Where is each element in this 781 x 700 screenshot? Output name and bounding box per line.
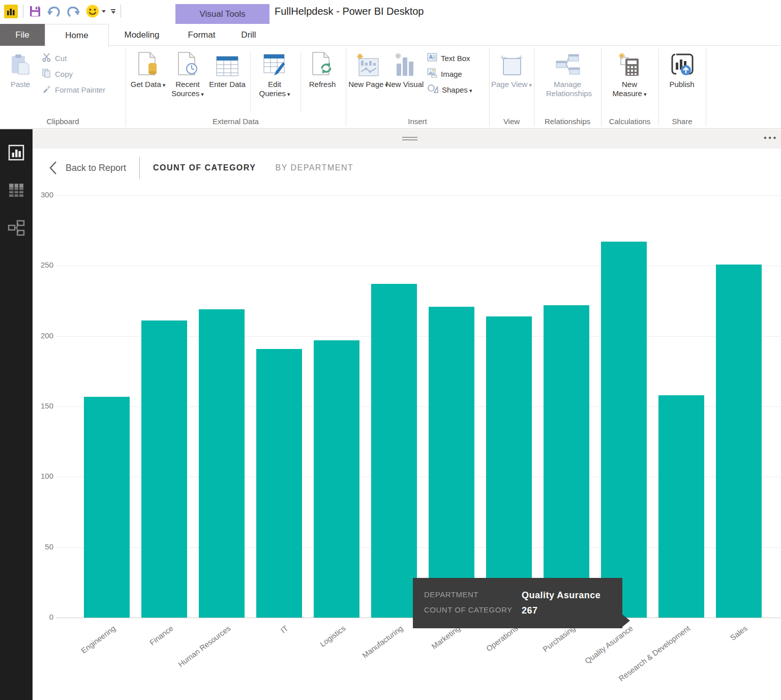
scissors-icon	[42, 52, 51, 64]
quick-access-toolbar	[4, 4, 121, 18]
image-button[interactable]: Image	[427, 68, 472, 80]
focus-mode-canvas: ••• Back to Report COUNT OF CATEGORY BY …	[33, 129, 781, 700]
bar-sales[interactable]	[716, 265, 762, 618]
edit-queries-label: Edit Queries▾	[254, 80, 295, 99]
cut-button[interactable]: Cut	[42, 52, 105, 64]
manage-relationships-button[interactable]: Manage Relationships	[547, 50, 588, 98]
group-label-insert: Insert	[346, 117, 489, 126]
refresh-button[interactable]: Refresh	[302, 50, 343, 89]
svg-text:A: A	[429, 54, 433, 60]
tab-drill[interactable]: Drill	[228, 24, 269, 46]
drag-handle[interactable]	[402, 137, 417, 142]
shapes-label: Shapes▾	[442, 85, 472, 94]
page-view-button[interactable]: Page View▾	[491, 50, 532, 90]
recent-sources-button[interactable]: Recent Sources▾	[167, 50, 208, 99]
copy-icon	[42, 68, 51, 79]
redo-button[interactable]	[66, 5, 80, 18]
bar-purchasing[interactable]	[544, 305, 589, 618]
get-data-label: Get Data▾	[131, 80, 166, 90]
group-external-data: Get Data▾ Recent Sources▾ Enter Data Edi…	[126, 46, 346, 128]
dropdown-caret-icon: ▾	[529, 80, 532, 90]
report-view-button[interactable]	[0, 141, 33, 166]
customize-toolbar-button[interactable]	[111, 9, 115, 14]
bar-it[interactable]	[256, 349, 302, 618]
manage-relationships-icon	[554, 50, 581, 77]
tooltip-label: DEPARTMENT	[424, 590, 522, 601]
tab-format[interactable]: Format	[175, 24, 228, 46]
save-button[interactable]	[28, 5, 42, 18]
format-painter-label: Format Painter	[55, 85, 105, 94]
data-view-icon	[8, 182, 25, 201]
separator	[121, 5, 121, 18]
tooltip-value: 267	[522, 605, 612, 616]
page-view-label: Page View▾	[491, 80, 532, 90]
refresh-label: Refresh	[309, 80, 336, 89]
smiley-feedback-button[interactable]	[85, 4, 106, 18]
back-to-report-button[interactable]: Back to Report	[66, 163, 126, 173]
bar-engineering[interactable]	[84, 397, 130, 618]
publish-icon	[669, 50, 695, 77]
tooltip-label: COUNT OF CATEGORY	[424, 605, 522, 616]
y-axis-tick-label: 200	[33, 331, 53, 340]
shapes-button[interactable]: Shapes▾	[427, 83, 472, 96]
bar-quality-asurance[interactable]	[601, 242, 647, 618]
enter-data-icon	[216, 50, 239, 77]
bar-manufacturing[interactable]	[371, 284, 417, 618]
tab-file[interactable]: File	[0, 24, 45, 46]
group-calculations: New Measure▾ Calculations	[601, 46, 658, 128]
gridline	[56, 195, 781, 196]
bar-logistics[interactable]	[314, 340, 359, 618]
new-page-label: New Page▾	[348, 80, 388, 90]
recent-sources-label: Recent Sources▾	[167, 80, 208, 99]
chevron-down-icon	[111, 11, 115, 14]
view-sidebar	[0, 129, 33, 700]
edit-queries-button[interactable]: Edit Queries▾	[254, 50, 295, 99]
y-axis-tick-label: 50	[33, 542, 53, 551]
format-painter-button[interactable]: Format Painter	[42, 83, 105, 96]
x-axis-category-label: IT	[279, 624, 289, 635]
get-data-button[interactable]: Get Data▾	[128, 50, 168, 90]
new-visual-button[interactable]: New Visual	[384, 50, 425, 89]
undo-button[interactable]	[47, 5, 61, 18]
bar-marketing[interactable]	[429, 307, 474, 618]
new-page-button[interactable]: New Page▾	[348, 50, 388, 90]
shapes-icon	[427, 84, 438, 95]
group-label-clipboard: Clipboard	[0, 117, 126, 126]
cut-label: Cut	[55, 54, 67, 63]
new-page-icon	[356, 50, 380, 77]
tooltip-tail	[622, 614, 630, 627]
new-measure-button[interactable]: New Measure▾	[609, 50, 650, 99]
edit-queries-icon	[263, 50, 286, 77]
more-options-icon[interactable]: •••	[764, 133, 778, 142]
bar-finance[interactable]	[141, 320, 187, 618]
image-icon	[427, 68, 437, 79]
copy-label: Copy	[55, 70, 73, 78]
new-visual-label: New Visual	[386, 80, 424, 89]
y-axis-tick-label: 250	[33, 260, 53, 269]
tab-modeling[interactable]: Modeling	[109, 24, 175, 46]
ribbon: Paste Cut Copy Format Painter Clipboard …	[0, 46, 781, 129]
chart-title: COUNT OF CATEGORY	[153, 163, 256, 172]
model-view-button[interactable]	[0, 217, 33, 241]
group-label-external-data: External Data	[126, 117, 346, 126]
bar-operations[interactable]	[486, 316, 532, 618]
y-axis-tick-label: 300	[33, 190, 53, 199]
publish-button[interactable]: Publish	[662, 50, 702, 89]
brush-icon	[42, 84, 51, 95]
text-box-button[interactable]: A Text Box	[427, 52, 472, 64]
group-insert: New Page▾ New Visual A Text Box Image Sh…	[346, 46, 489, 128]
bar-research-development[interactable]	[658, 395, 704, 618]
bar-human-resources[interactable]	[199, 309, 245, 618]
data-view-button[interactable]	[0, 179, 33, 203]
tab-home[interactable]: Home	[45, 24, 109, 46]
copy-button[interactable]: Copy	[42, 68, 105, 80]
ribbon-tab-row: File Home Modeling Visual Tools Format D…	[0, 24, 781, 46]
paste-button[interactable]: Paste	[0, 50, 41, 89]
enter-data-button[interactable]: Enter Data	[207, 50, 248, 89]
window-title: FullHelpdesk - Power BI Desktop	[275, 6, 424, 17]
visual-tools-header: Visual Tools	[175, 4, 269, 24]
enter-data-label: Enter Data	[209, 80, 246, 89]
group-label-view: View	[489, 117, 534, 126]
tooltip: DEPARTMENT Quality Asurance COUNT OF CAT…	[413, 578, 622, 628]
back-chevron-icon[interactable]	[49, 161, 57, 175]
